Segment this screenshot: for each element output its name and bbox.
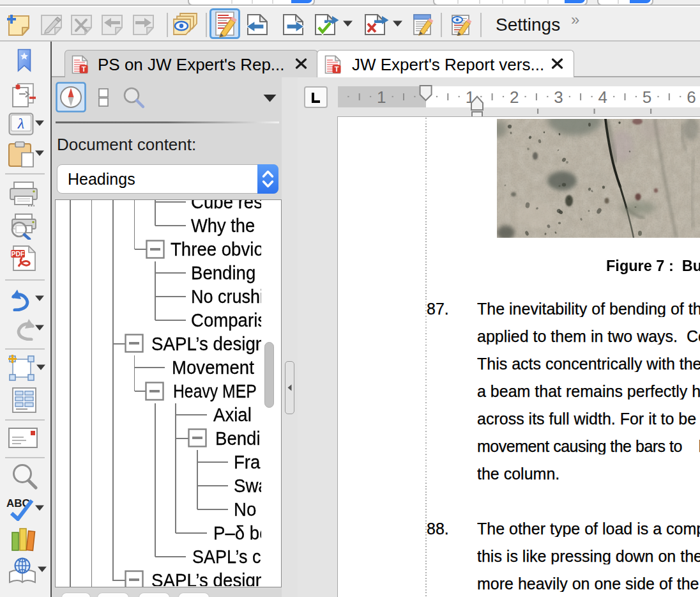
svg-text:3: 3	[554, 88, 563, 107]
svg-text:6: 6	[687, 88, 696, 107]
svg-text:T: T	[82, 65, 86, 73]
svg-text:T: T	[335, 65, 339, 73]
svg-text:1: 1	[377, 88, 386, 107]
svg-text:5: 5	[643, 88, 651, 107]
svg-text:λ: λ	[17, 115, 24, 132]
svg-text:2: 2	[510, 88, 519, 107]
svg-text:PDF: PDF	[11, 250, 26, 258]
svg-text:4: 4	[598, 88, 607, 107]
